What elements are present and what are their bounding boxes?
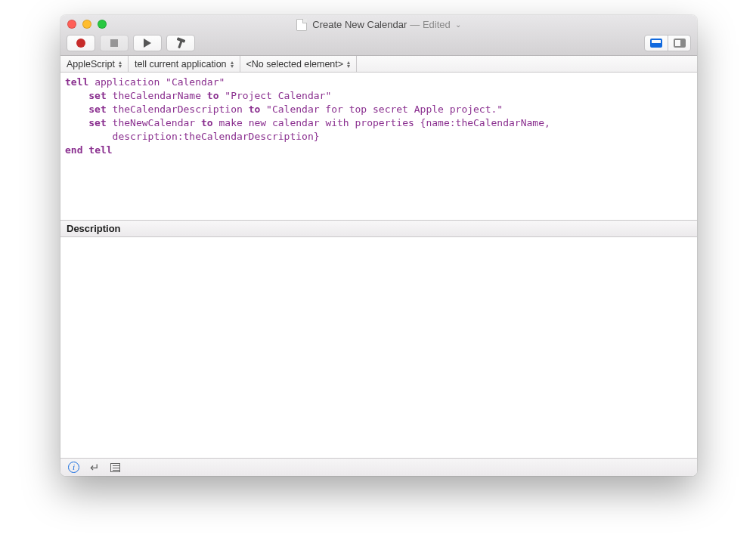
updown-icon: ▴▾ (231, 60, 234, 68)
script-editor-window: Create New Calendar — Edited ⌄ AppleScri… (60, 15, 697, 476)
status-bar: i ↵ (60, 458, 697, 476)
right-pane-icon (674, 39, 686, 48)
show-bottom-pane-button[interactable] (645, 36, 668, 51)
element-label: <No selected element> (246, 59, 344, 70)
document-icon (296, 19, 307, 31)
updown-icon: ▴▾ (119, 60, 122, 68)
window-controls (67, 20, 107, 29)
script-editor[interactable]: tell application "Calendar" set theCalen… (60, 73, 697, 221)
stop-icon (110, 39, 118, 47)
record-button[interactable] (67, 35, 95, 51)
info-icon[interactable]: i (68, 462, 79, 473)
language-popup[interactable]: AppleScript ▴▾ (60, 56, 129, 72)
titlebar: Create New Calendar — Edited ⌄ (60, 15, 697, 56)
updown-icon: ▴▾ (347, 60, 350, 68)
element-popup[interactable]: <No selected element> ▴▾ (240, 56, 358, 72)
minimize-button[interactable] (82, 20, 91, 29)
description-heading: Description (60, 221, 697, 237)
hammer-icon (175, 38, 186, 48)
close-button[interactable] (67, 20, 76, 29)
edited-indicator: — Edited (410, 19, 450, 30)
bottom-pane-icon (650, 39, 662, 48)
compile-button[interactable] (166, 35, 195, 51)
document-name: Create New Calendar (312, 19, 407, 30)
language-label: AppleScript (67, 59, 115, 70)
show-right-pane-button[interactable] (668, 36, 690, 51)
record-icon (76, 39, 85, 48)
target-popup[interactable]: tell current application ▴▾ (129, 56, 240, 72)
target-label: tell current application (135, 59, 227, 70)
run-button[interactable] (133, 35, 162, 51)
stop-button[interactable] (100, 35, 129, 51)
description-heading-label: Description (67, 223, 121, 234)
zoom-button[interactable] (98, 20, 107, 29)
pane-toggle (644, 35, 691, 51)
result-icon[interactable]: ↵ (90, 461, 100, 474)
log-icon[interactable] (110, 463, 120, 472)
navigation-bar: AppleScript ▴▾ tell current application … (60, 56, 697, 73)
chevron-down-icon: ⌄ (455, 20, 461, 29)
window-title[interactable]: Create New Calendar — Edited ⌄ (60, 15, 697, 32)
toolbar (67, 33, 691, 53)
play-icon (144, 39, 151, 48)
description-body[interactable] (60, 237, 697, 458)
